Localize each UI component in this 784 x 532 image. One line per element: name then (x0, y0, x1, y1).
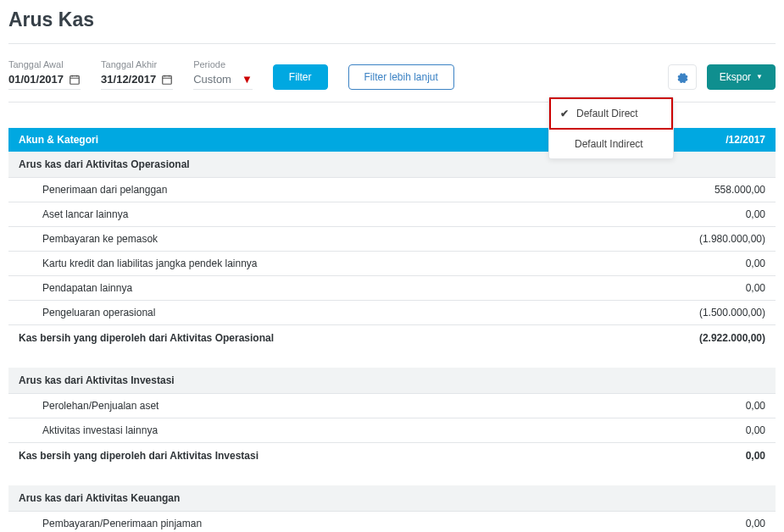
table-row: Penerimaan dari pelanggan558.000,00 (8, 178, 776, 202)
calendar-icon (69, 74, 81, 86)
section-header: Arus kas dari Aktivitas Keuangan (8, 485, 776, 512)
report-table: Akun & Kategori /12/2017 Arus kas dari A… (8, 128, 776, 532)
period-field: Periode Custom ▼ (193, 59, 253, 90)
section-header: Arus kas dari Aktivitas Investasi (8, 368, 776, 394)
settings-button[interactable] (668, 64, 697, 90)
check-icon: ✔ (559, 108, 570, 119)
row-value: 0,00 (585, 276, 776, 301)
start-date-input[interactable]: 01/01/2017 (8, 73, 81, 90)
row-value: 0,00 (585, 252, 776, 276)
row-label[interactable]: Pembayaran/Penerimaan pinjaman (8, 512, 585, 533)
row-label[interactable]: Perolehan/Penjualan aset (8, 394, 585, 418)
total-value: 0,00 (585, 443, 776, 474)
caret-down-icon: ▼ (242, 73, 253, 86)
total-value: (2.922.000,00) (585, 325, 776, 357)
table-header-left: Akun & Kategori (19, 134, 98, 146)
section-total-row: Kas bersih yang diperoleh dari Aktivitas… (8, 325, 776, 357)
table-row: Pendapatan lainnya0,00 (8, 276, 776, 301)
row-value: 0,00 (585, 512, 776, 533)
table-row: Kartu kredit dan liabilitas jangka pende… (8, 252, 776, 276)
end-date-label: Tanggal Akhir (101, 59, 173, 69)
table-row: Aset lancar lainnya0,00 (8, 202, 776, 227)
row-value: 0,00 (585, 394, 776, 418)
row-label[interactable]: Pendapatan lainnya (8, 276, 585, 301)
start-date-field: Tanggal Awal 01/01/2017 (8, 59, 81, 90)
table-row: Perolehan/Penjualan aset0,00 (8, 394, 776, 418)
option-label: Default Indirect (575, 138, 643, 150)
table-header-right: /12/2017 (726, 134, 765, 146)
row-value: (1.500.000,00) (585, 301, 776, 325)
caret-down-icon: ▼ (756, 74, 763, 80)
filter-bar: Tanggal Awal 01/01/2017 Tanggal Akhir 31… (8, 59, 776, 103)
section-total-row: Kas bersih yang diperoleh dari Aktivitas… (8, 443, 776, 474)
period-select[interactable]: Custom ▼ (193, 73, 253, 90)
table-row: Pengeluaran operasional(1.500.000,00) (8, 301, 776, 325)
end-date-field: Tanggal Akhir 31/12/2017 (101, 59, 173, 90)
table-row: Pembayaran ke pemasok(1.980.000,00) (8, 227, 776, 252)
period-label: Periode (193, 59, 253, 69)
row-label[interactable]: Pengeluaran operasional (8, 301, 585, 325)
row-label[interactable]: Penerimaan dari pelanggan (8, 178, 585, 202)
row-label[interactable]: Aset lancar lainnya (8, 202, 585, 227)
page-title: Arus Kas (8, 8, 776, 31)
right-button-group: Ekspor ▼ (668, 64, 776, 90)
end-date-value: 31/12/2017 (101, 73, 156, 86)
advanced-filter-button[interactable]: Filter lebih lanjut (348, 64, 454, 90)
option-label: Default Direct (576, 108, 638, 119)
row-value: 0,00 (585, 418, 776, 443)
settings-dropdown: ✔ Default Direct Default Indirect (548, 97, 674, 159)
row-value: (1.980.000,00) (585, 227, 776, 252)
row-label[interactable]: Kartu kredit dan liabilitas jangka pende… (8, 252, 585, 276)
option-default-direct[interactable]: ✔ Default Direct (549, 97, 673, 130)
section-title: Arus kas dari Aktivitas Keuangan (8, 485, 776, 512)
start-date-value: 01/01/2017 (8, 73, 64, 86)
row-label[interactable]: Pembayaran ke pemasok (8, 227, 585, 252)
start-date-label: Tanggal Awal (8, 59, 81, 69)
header-divider (8, 43, 776, 44)
export-button[interactable]: Ekspor ▼ (707, 64, 776, 90)
calendar-icon (161, 74, 173, 86)
export-label: Ekspor (720, 72, 751, 82)
filter-button[interactable]: Filter (273, 64, 328, 90)
row-label[interactable]: Aktivitas investasi lainnya (8, 418, 585, 443)
table-row: Pembayaran/Penerimaan pinjaman0,00 (8, 512, 776, 533)
row-value: 558.000,00 (585, 178, 776, 202)
total-label: Kas bersih yang diperoleh dari Aktivitas… (8, 325, 585, 357)
end-date-input[interactable]: 31/12/2017 (101, 73, 173, 90)
table-row: Aktivitas investasi lainnya0,00 (8, 418, 776, 443)
period-value: Custom (193, 73, 231, 86)
option-default-indirect[interactable]: Default Indirect (549, 130, 673, 158)
gear-icon (676, 71, 688, 83)
svg-rect-1 (163, 75, 172, 84)
row-value: 0,00 (585, 202, 776, 227)
svg-rect-0 (70, 75, 80, 84)
section-title: Arus kas dari Aktivitas Investasi (8, 368, 776, 394)
total-label: Kas bersih yang diperoleh dari Aktivitas… (8, 443, 585, 474)
